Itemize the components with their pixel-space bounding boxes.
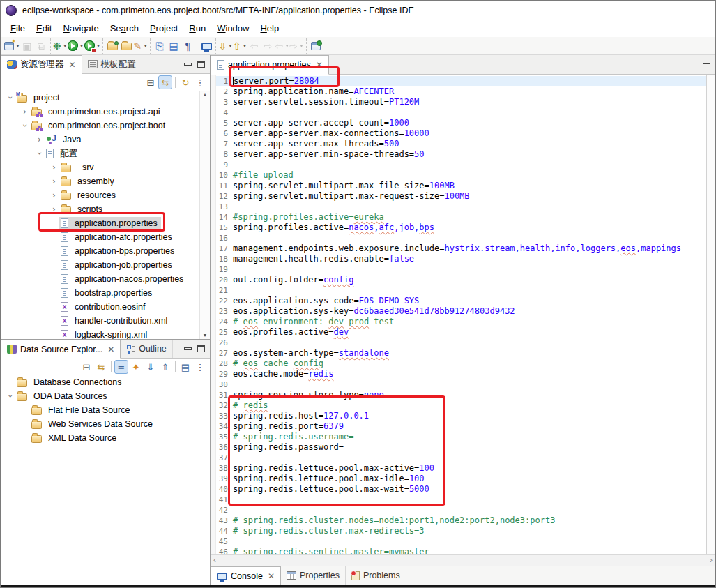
editor-line-21[interactable]: 21 (216, 285, 706, 296)
editor-minimize-icon[interactable] (703, 63, 710, 66)
editor-line-38[interactable]: 38spring.redis.lettuce.pool.max-active=1… (216, 463, 706, 474)
scroll-up-icon[interactable]: ▲ (200, 92, 210, 97)
tree-item-web-services-data-source[interactable]: Web Services Data Source (1, 417, 210, 431)
dropdown-arrow-icon[interactable]: ▼ (79, 43, 84, 48)
tree-item-application-properties[interactable]: application.properties (1, 216, 210, 230)
scroll-right-icon[interactable]: › (710, 555, 713, 565)
editor-line-20[interactable]: 20out.config.folder=config (216, 275, 706, 285)
tab-模板配置[interactable]: 模板配置 (82, 55, 142, 73)
scroll-down-icon[interactable]: ▼ (200, 333, 210, 338)
tree-item-oda-data-sources[interactable]: ›ODA Data Sources (1, 389, 210, 403)
save-all-icon[interactable]: ⧉ (34, 38, 48, 54)
tree-item-xml-data-source[interactable]: XML Data Source (1, 431, 210, 445)
tab-资源管理器[interactable]: 资源管理器✕ (1, 55, 82, 74)
editor-line-42[interactable]: 42 (216, 505, 706, 515)
editor-line-24[interactable]: 24# eos environment: dev prod test (216, 317, 706, 327)
tree-item-database-connections[interactable]: Database Connections (1, 375, 210, 389)
paintbrush-icon[interactable]: ✎▼ (133, 38, 148, 54)
editor-line-23[interactable]: 23eos.application.sys-key=dc6baaed30e541… (216, 306, 706, 317)
chevron-collapsed-icon[interactable]: › (49, 205, 59, 213)
editor-line-13[interactable]: 13 (216, 202, 706, 212)
menu-project[interactable]: Project (144, 21, 183, 36)
external-tools-icon[interactable]: ▼ (84, 38, 101, 54)
dropdown-arrow-icon[interactable]: ▼ (243, 43, 247, 48)
tab-properties[interactable]: Properties (281, 566, 346, 585)
chevron-collapsed-icon[interactable]: › (49, 177, 59, 186)
tree-scrollbar[interactable]: ▲ ▼ (199, 91, 210, 339)
open-plugin-icon[interactable] (105, 38, 119, 54)
dropdown-arrow-icon[interactable]: ▼ (228, 43, 233, 48)
forward-icon[interactable]: ⇨▼ (289, 38, 304, 54)
dropdown-arrow-icon[interactable]: ▼ (284, 43, 289, 48)
editor-horizontal-scrollbar[interactable]: ‹ › (211, 554, 715, 566)
editor-line-33[interactable]: 33spring.redis.host=127.0.0.1 (216, 411, 706, 421)
tree-item-com-primeton-eos-project-api[interactable]: ›com.primeton.eos.project.api (1, 105, 210, 119)
close-icon[interactable]: ✕ (107, 345, 114, 354)
link-with-editor-icon[interactable]: ⇆ (94, 360, 108, 374)
close-icon[interactable]: ✕ (316, 60, 323, 70)
editor-line-4[interactable]: 4 (216, 107, 706, 118)
editor-line-35[interactable]: 35# spring.redis.username= (216, 432, 706, 442)
pin-editor-icon[interactable] (309, 38, 323, 54)
menu-run[interactable]: Run (183, 21, 211, 36)
set-default-icon[interactable]: ✦ (129, 360, 143, 374)
show-source-icon[interactable]: ⎘ (153, 38, 167, 54)
overview-ruler[interactable] (706, 75, 715, 554)
chevron-collapsed-icon[interactable]: › (20, 107, 30, 116)
editor-line-37[interactable]: 37 (216, 453, 706, 463)
editor-line-39[interactable]: 39spring.redis.lettuce.pool.max-idle=100 (216, 474, 706, 484)
dropdown-arrow-icon[interactable]: ▼ (299, 43, 304, 48)
editor-line-36[interactable]: 36spring.redis.password= (216, 442, 706, 453)
tree-item-logback-spring-xml[interactable]: logback-spring.xml (1, 328, 210, 339)
tab-console[interactable]: Console✕ (211, 566, 281, 585)
view-menu-icon[interactable]: ⋮ (193, 75, 207, 89)
tab-outline[interactable]: Outline (121, 340, 173, 358)
open-folder-icon[interactable] (119, 38, 133, 54)
editor-line-34[interactable]: 34spring.redis.port=6379 (216, 421, 706, 432)
editor-line-19[interactable]: 19 (216, 264, 706, 275)
tree-item-resources[interactable]: ›resources (1, 188, 210, 202)
tree-item-contribution-eosinf[interactable]: contribution.eosinf (1, 300, 210, 314)
editor-line-2[interactable]: 2spring.application.name=AFCENTER (216, 86, 706, 97)
editor-line-6[interactable]: 6server.app-server.max-connections=10000 (216, 128, 706, 139)
dropdown-arrow-icon[interactable]: ▼ (63, 43, 68, 48)
open-console-icon[interactable] (199, 38, 213, 54)
chevron-expanded-icon[interactable]: › (6, 93, 15, 103)
tree-item-flat-file-data-source[interactable]: Flat File Data Source (1, 403, 210, 417)
editor-line-32[interactable]: 32# redis (216, 400, 706, 411)
editor-line-43[interactable]: 43# spring.redis.cluster.nodes=node1:por… (216, 515, 706, 526)
editor-line-16[interactable]: 16 (216, 233, 706, 243)
editor-line-40[interactable]: 40spring.redis.lettuce.pool.max-wait=500… (216, 484, 706, 495)
editor-line-10[interactable]: 10#file upload (216, 170, 706, 181)
tree-item-配置[interactable]: ›配置 (1, 146, 210, 160)
editor-line-27[interactable]: 27eos.system-arch-type=standalone (216, 348, 706, 359)
maximize-icon[interactable] (197, 61, 205, 68)
collapse-all-icon[interactable]: ⊟ (144, 75, 158, 89)
dropdown-arrow-icon[interactable]: ▼ (96, 43, 101, 48)
tree-item-application-nacos-properties[interactable]: application-nacos.properties (1, 272, 210, 286)
editor-line-22[interactable]: 22eos.application.sys-code=EOS-DEMO-SYS (216, 296, 706, 306)
chevron-expanded-icon[interactable]: › (21, 121, 29, 131)
show-whitespace-icon[interactable]: ¶ (181, 38, 195, 54)
editor-line-12[interactable]: 12spring.servlet.multipart.max-request-s… (216, 191, 706, 202)
close-icon[interactable]: ✕ (69, 60, 76, 70)
editor-line-28[interactable]: 28# eos cache config (216, 359, 706, 369)
editor-line-14[interactable]: 14#spring.profiles.active=eureka (216, 212, 706, 223)
minimize-icon[interactable] (184, 63, 192, 66)
text-editor[interactable]: 1server.port=280842spring.application.na… (216, 75, 706, 554)
tree-item-application-afc-properties[interactable]: application-afc.properties (1, 230, 210, 244)
chevron-collapsed-icon[interactable]: › (34, 135, 45, 144)
editor-line-8[interactable]: 8server.app-server.min-space-threads=50 (216, 149, 706, 160)
editor-line-41[interactable]: 41 (216, 495, 706, 505)
menu-help[interactable]: Help (254, 21, 284, 36)
editor-line-31[interactable]: 31spring.session.store-type=none (216, 390, 706, 400)
debug-icon[interactable]: ❉▼ (53, 38, 68, 54)
chevron-expanded-icon[interactable]: › (6, 391, 15, 402)
scroll-left-icon[interactable]: ‹ (213, 555, 216, 565)
editor-line-30[interactable]: 30 (216, 379, 706, 390)
editor-line-5[interactable]: 5server.app-server.accept-count=1000 (216, 118, 706, 128)
editor-line-18[interactable]: 18management.health.redis.enable=false (216, 254, 706, 264)
tree-item-bootstrap-properties[interactable]: bootstrap.properties (1, 286, 210, 300)
new-wizard-icon[interactable]: ▼ (4, 38, 20, 54)
editor-line-26[interactable]: 26 (216, 338, 706, 348)
